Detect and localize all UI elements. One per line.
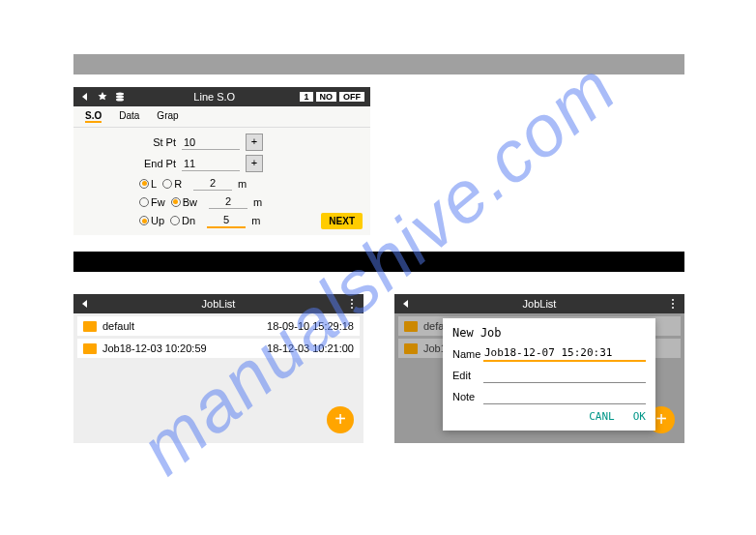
stpt-plus[interactable]: +	[246, 134, 263, 151]
badge-off: OFF	[339, 92, 364, 102]
edit-input[interactable]	[483, 368, 646, 383]
name-label: Name	[452, 348, 483, 360]
tab-data[interactable]: Data	[119, 110, 139, 123]
svg-point-1	[116, 96, 124, 99]
radio-up[interactable]	[139, 216, 149, 225]
job-date: 18-12-03 10:21:00	[267, 342, 354, 354]
dialog-title: New Job	[452, 326, 646, 340]
svg-point-5	[351, 307, 353, 309]
updn-unit: m	[251, 215, 260, 226]
name-input[interactable]	[483, 345, 646, 362]
job-row[interactable]: default 18-09-10 15:29:18	[77, 316, 360, 336]
joblist-header: JobList	[73, 294, 363, 313]
fw-label: Fw	[151, 196, 165, 208]
new-job-dialog: New Job Name Edit Note CANL OK	[443, 318, 655, 431]
joblist-panel: JobList default 18-09-10 15:29:18 Job18-…	[73, 294, 363, 443]
more-icon[interactable]	[667, 298, 679, 310]
joblist-header: JobList	[394, 294, 684, 313]
stpt-label: St Pt	[130, 136, 176, 148]
svg-point-4	[351, 303, 353, 305]
radio-dn[interactable]	[170, 216, 180, 225]
svg-point-0	[116, 93, 124, 96]
lr-input[interactable]	[193, 176, 232, 191]
note-label: Note	[452, 391, 483, 402]
note-input[interactable]	[483, 389, 646, 404]
job-row[interactable]: Job18-12-03 10:20:59 18-12-03 10:21:00	[77, 339, 360, 358]
radio-bw[interactable]	[171, 197, 181, 207]
folder-icon	[83, 343, 97, 354]
add-job-button[interactable]: +	[327, 406, 354, 433]
endpt-input[interactable]	[182, 157, 240, 171]
folder-icon	[404, 343, 418, 354]
svg-point-2	[116, 99, 124, 102]
db-icon[interactable]	[114, 91, 126, 103]
job-name: Job18-12-03 10:20:59	[102, 342, 267, 354]
back-icon[interactable]	[79, 91, 91, 103]
job-name: defa	[423, 320, 444, 332]
fwbw-input[interactable]	[209, 194, 247, 209]
job-name: default	[102, 320, 267, 332]
joblist-title: JobList	[91, 298, 346, 310]
tab-so[interactable]: S.O	[85, 110, 102, 123]
joblist-panel-dialog: JobList defa 5:29:18 Job1 0:21:00 + New …	[394, 294, 684, 443]
badge-1: 1	[300, 92, 312, 102]
radio-r[interactable]	[162, 179, 172, 189]
fwbw-unit: m	[253, 196, 262, 208]
svg-point-3	[351, 299, 353, 301]
up-label: Up	[151, 215, 164, 226]
radio-l[interactable]	[139, 179, 149, 189]
bw-label: Bw	[183, 196, 197, 208]
svg-point-6	[672, 299, 674, 301]
job-date: 18-09-10 15:29:18	[267, 320, 354, 332]
tab-grap[interactable]: Grap	[157, 110, 178, 123]
lr-unit: m	[238, 178, 247, 190]
next-button[interactable]: NEXT	[321, 213, 363, 229]
gray-bar	[73, 54, 684, 74]
folder-icon	[83, 321, 97, 332]
badge-no: NO	[316, 92, 337, 102]
dn-label: Dn	[182, 215, 195, 226]
panel1-title: Line S.O	[131, 91, 297, 103]
ok-button[interactable]: OK	[633, 410, 646, 423]
stpt-input[interactable]	[182, 135, 240, 150]
back-icon[interactable]	[79, 298, 91, 310]
svg-point-7	[672, 303, 674, 305]
joblist-title: JobList	[412, 298, 667, 310]
updn-input[interactable]	[207, 213, 246, 228]
star-icon[interactable]	[97, 91, 108, 103]
endpt-label: End Pt	[130, 158, 176, 169]
radio-fw[interactable]	[139, 197, 149, 207]
l-label: L	[151, 178, 157, 190]
edit-label: Edit	[452, 370, 483, 381]
more-icon[interactable]	[346, 298, 358, 310]
line-so-panel: Line S.O 1 NO OFF S.O Data Grap St Pt + …	[73, 87, 370, 235]
black-bar	[73, 252, 684, 272]
svg-point-8	[672, 307, 674, 309]
cancel-button[interactable]: CANL	[589, 410, 615, 423]
panel1-header: Line S.O 1 NO OFF	[73, 87, 370, 106]
back-icon[interactable]	[400, 298, 412, 310]
folder-icon	[404, 321, 418, 332]
r-label: R	[174, 178, 182, 190]
tabs: S.O Data Grap	[73, 106, 370, 128]
endpt-plus[interactable]: +	[246, 155, 263, 172]
